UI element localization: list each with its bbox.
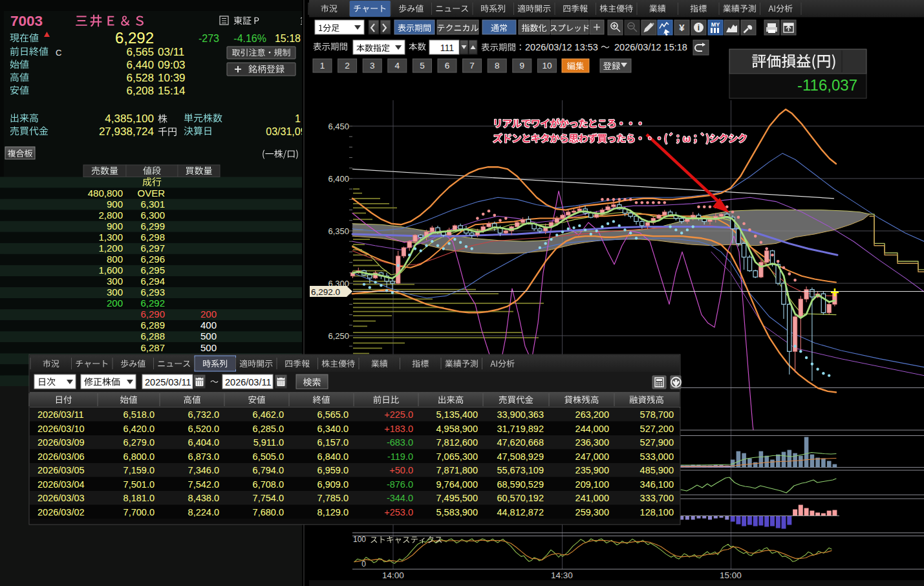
svg-text:6,290: 6,290: [140, 309, 165, 320]
svg-text:6,301: 6,301: [140, 199, 165, 210]
svg-text:5: 5: [420, 61, 425, 71]
svg-text:6,565: 6,565: [126, 46, 154, 58]
svg-text:6,279.0: 6,279.0: [124, 437, 155, 448]
svg-text:10: 10: [542, 61, 552, 71]
svg-text:03/11: 03/11: [158, 46, 184, 58]
svg-text:7,065,300: 7,065,300: [436, 451, 478, 462]
svg-text:-683.0: -683.0: [387, 437, 413, 448]
svg-text:6,285.0: 6,285.0: [253, 424, 284, 434]
svg-text:6,350: 6,350: [328, 226, 349, 236]
svg-text:1,600: 1,600: [98, 265, 123, 276]
svg-text:10:39: 10:39: [158, 72, 186, 84]
svg-text:6,299: 6,299: [140, 221, 165, 232]
svg-text:7,501.0: 7,501.0: [124, 479, 155, 490]
svg-text:4,958,900: 4,958,900: [436, 424, 478, 434]
svg-text:7,871,800: 7,871,800: [436, 465, 478, 475]
svg-text:6,505.0: 6,505.0: [253, 451, 284, 462]
svg-text:527,200: 527,200: [640, 424, 674, 434]
svg-text:2026/03/12 15:18: 2026/03/12 15:18: [614, 42, 687, 52]
svg-text:485,900: 485,900: [640, 465, 674, 475]
svg-text:OVER: OVER: [137, 188, 165, 199]
svg-text:333,700: 333,700: [640, 493, 674, 503]
svg-text:900: 900: [107, 221, 123, 232]
svg-text:1,200: 1,200: [98, 243, 123, 254]
svg-text:7: 7: [469, 61, 475, 71]
svg-text:27,938,724: 27,938,724: [99, 125, 154, 138]
svg-text:31,719,892: 31,719,892: [497, 424, 544, 434]
svg-text:6,518.0: 6,518.0: [124, 409, 155, 420]
svg-text:800: 800: [107, 254, 123, 265]
svg-text:6,462.0: 6,462.0: [253, 409, 284, 420]
svg-text:241,000: 241,000: [575, 493, 609, 503]
svg-text:500: 500: [200, 331, 217, 342]
svg-text:533,000: 533,000: [640, 451, 674, 462]
svg-text:6,293: 6,293: [140, 287, 165, 298]
svg-text:2026/03/02: 2026/03/02: [38, 507, 85, 517]
svg-text:2,800: 2,800: [98, 210, 123, 221]
svg-text:2026/03/11: 2026/03/11: [225, 377, 272, 387]
svg-text:MY: MY: [711, 21, 720, 28]
svg-text:300: 300: [107, 276, 123, 287]
svg-text:¥: ¥: [679, 22, 685, 33]
svg-text:7,754.0: 7,754.0: [253, 493, 284, 503]
svg-text:6,794.0: 6,794.0: [253, 465, 284, 475]
svg-text:1,300: 1,300: [98, 232, 123, 243]
svg-text:2026/03/03: 2026/03/03: [38, 493, 85, 503]
svg-text:7,700.0: 7,700.0: [124, 507, 155, 517]
svg-text:100: 100: [353, 535, 366, 544]
svg-text:6,450: 6,450: [328, 122, 349, 131]
svg-text:-116,037: -116,037: [797, 76, 857, 94]
svg-text:14:00: 14:00: [382, 570, 404, 580]
svg-text:527,900: 527,900: [640, 437, 674, 448]
svg-text:15:00: 15:00: [720, 570, 742, 580]
svg-text:128,100: 128,100: [640, 507, 674, 517]
svg-text:200: 200: [200, 309, 217, 320]
svg-text:-876.0: -876.0: [387, 479, 413, 490]
svg-text:8,438.0: 8,438.0: [188, 493, 219, 503]
svg-text:7,495,500: 7,495,500: [436, 493, 478, 503]
svg-text:236,300: 236,300: [575, 437, 609, 448]
svg-text:+253.0: +253.0: [384, 507, 413, 517]
svg-text:2026/03/11: 2026/03/11: [38, 409, 84, 420]
svg-text:8,181.0: 8,181.0: [124, 493, 155, 503]
svg-text:6,297: 6,297: [140, 243, 165, 254]
svg-text:15:14: 15:14: [158, 85, 186, 97]
svg-text:47,620,668: 47,620,668: [497, 437, 544, 448]
svg-text:2026/03/04: 2026/03/04: [38, 479, 85, 490]
svg-text:6,292.0: 6,292.0: [311, 287, 340, 297]
svg-text:2026/03/09: 2026/03/09: [38, 437, 85, 448]
svg-text:247,000: 247,000: [575, 451, 609, 462]
svg-text:6: 6: [445, 61, 450, 71]
svg-text:6,292: 6,292: [115, 29, 154, 47]
svg-text:68,590,529: 68,590,529: [497, 479, 544, 490]
svg-text:5,583,900: 5,583,900: [436, 507, 478, 517]
svg-text:900: 900: [107, 199, 123, 210]
svg-text:7,159.0: 7,159.0: [124, 465, 155, 475]
svg-text:6,298: 6,298: [140, 232, 165, 243]
svg-text:8: 8: [495, 61, 500, 71]
svg-text:15:18: 15:18: [275, 33, 301, 44]
svg-text:9: 9: [520, 61, 525, 71]
svg-text:2026/03/05: 2026/03/05: [38, 465, 85, 475]
svg-text:2026/03/12 13:53: 2026/03/12 13:53: [525, 42, 598, 52]
svg-text:7,785.0: 7,785.0: [317, 493, 349, 503]
svg-text:400: 400: [200, 320, 217, 331]
svg-text:2: 2: [345, 61, 350, 71]
svg-text:259,300: 259,300: [575, 507, 609, 517]
svg-text:6,732.0: 6,732.0: [188, 409, 219, 420]
svg-text:4,385,100: 4,385,100: [105, 113, 154, 125]
svg-text:6,909.0: 6,909.0: [317, 479, 349, 490]
svg-text:C: C: [56, 48, 61, 58]
svg-text:44,812,872: 44,812,872: [497, 507, 544, 517]
svg-text:6,420.0: 6,420.0: [124, 424, 155, 434]
svg-text:480,800: 480,800: [88, 188, 123, 199]
svg-text:-4.16%: -4.16%: [233, 33, 266, 44]
svg-text:2026/03/10: 2026/03/10: [38, 424, 85, 434]
svg-text:-119.0: -119.0: [387, 451, 413, 462]
svg-text:6,289: 6,289: [140, 320, 165, 331]
svg-text:55,673,109: 55,673,109: [497, 465, 544, 475]
svg-text:6,208: 6,208: [126, 85, 154, 97]
svg-text:9,764,000: 9,764,000: [436, 479, 478, 490]
svg-text:6,528: 6,528: [126, 72, 154, 84]
svg-text:578,700: 578,700: [640, 409, 674, 420]
